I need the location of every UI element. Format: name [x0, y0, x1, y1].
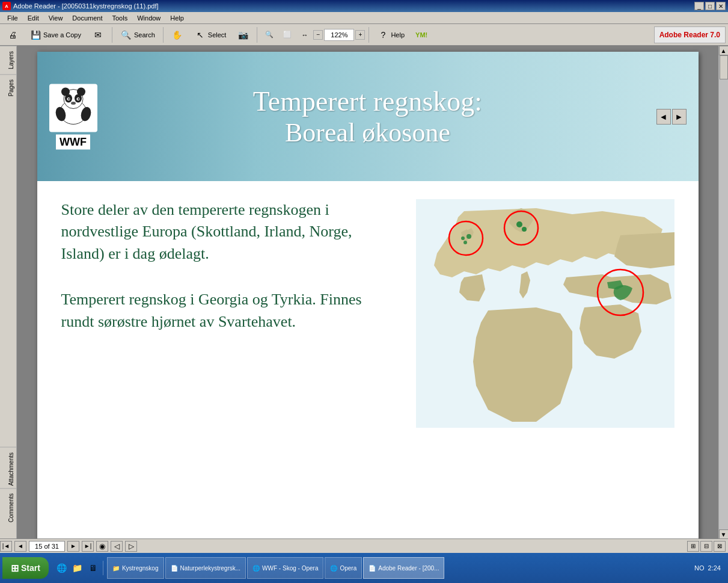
- scroll-up-button[interactable]: ▲: [719, 46, 729, 55]
- taskbar-kystregnskog[interactable]: 📁 Kystregnskog: [107, 557, 164, 579]
- quicklaunch-3[interactable]: 🖥: [86, 561, 100, 575]
- save-copy-button[interactable]: 💾 Save a Copy: [25, 26, 85, 43]
- hand-tool-button[interactable]: ✋: [167, 26, 188, 43]
- svg-point-9: [78, 98, 79, 99]
- taskbar-opera[interactable]: 🌐 Opera: [325, 557, 362, 579]
- layers-tab[interactable]: Layers: [0, 46, 16, 74]
- fit-width-button[interactable]: ↔: [297, 26, 312, 43]
- zoom-dropdown-button[interactable]: 🔍: [261, 26, 278, 43]
- start-icon: ⊞: [11, 563, 19, 574]
- menu-tools[interactable]: Tools: [108, 13, 133, 23]
- zoom-container: 🔍 ⬜ ↔ − +: [261, 26, 365, 43]
- taskbar-kystregnskog-label: Kystregnskog: [122, 565, 159, 572]
- last-page-button[interactable]: ►|: [82, 541, 94, 552]
- next-arrow[interactable]: ►: [672, 109, 687, 125]
- svg-point-16: [463, 241, 467, 244]
- snapshot-button[interactable]: 📷: [233, 26, 253, 43]
- help-button[interactable]: ? Help: [373, 26, 409, 43]
- language-indicator: NO: [694, 564, 705, 572]
- app-icon: A: [2, 2, 11, 10]
- help-label: Help: [391, 31, 405, 39]
- window-title: Adobe Reader - [20050311kystregnskog (11…: [13, 2, 694, 10]
- next-view-button[interactable]: ▷: [125, 541, 137, 552]
- pdf-paragraph-2: Temperert regnskog i Georgia og Tyrkia. …: [61, 289, 392, 333]
- fit-width-icon: ↔: [301, 31, 308, 39]
- menu-window[interactable]: Window: [132, 13, 165, 23]
- pdf-content-area: WWF Temperert regnskog: Boreal økosone ◄…: [17, 46, 718, 539]
- taskbar-wwf-skog[interactable]: 🌐 WWF - Skog - Opera: [247, 557, 323, 579]
- start-button[interactable]: ⊞ Start: [2, 557, 49, 579]
- help-icon: ?: [377, 29, 389, 41]
- map-container: [416, 199, 674, 524]
- scroll-thumb[interactable]: [720, 55, 728, 79]
- ym-button[interactable]: YM!: [411, 26, 432, 43]
- menu-file[interactable]: File: [2, 13, 23, 23]
- prev-view-button[interactable]: ◁: [111, 541, 123, 552]
- zoom-input[interactable]: [324, 29, 354, 41]
- page-navigation-bar: |◄ ◄ ► ►| ◉ ◁ ▷ ⊞ ⊟ ⊠: [0, 538, 728, 553]
- scroll-track[interactable]: [719, 55, 729, 529]
- resize-button-2[interactable]: ⊟: [700, 541, 712, 552]
- pdf-header: WWF Temperert regnskog: Boreal økosone ◄…: [37, 52, 699, 181]
- attachments-tab[interactable]: Attachments: [0, 447, 16, 491]
- pdf-page: WWF Temperert regnskog: Boreal økosone ◄…: [37, 52, 699, 539]
- pdf-text-area: Store deler av den tempererte regnskogen…: [61, 199, 392, 524]
- taskbar-naturperle[interactable]: 📄 Naturperlekystregrsk...: [165, 557, 246, 579]
- close-button[interactable]: ✕: [716, 2, 726, 10]
- scroll-down-button[interactable]: ▼: [719, 529, 729, 539]
- maximize-button[interactable]: □: [705, 2, 715, 10]
- menu-view[interactable]: View: [44, 13, 68, 23]
- taskbar-adobe[interactable]: 📄 Adobe Reader - [200...: [363, 557, 444, 579]
- zoom-in-button[interactable]: +: [355, 30, 365, 40]
- menu-bar: File Edit View Document Tools Window Hel…: [0, 12, 728, 24]
- menu-edit[interactable]: Edit: [23, 13, 44, 23]
- wwf-label: WWF: [56, 134, 90, 149]
- first-page-button[interactable]: |◄: [0, 541, 12, 552]
- left-panel: Layers Pages Attachments Comments: [0, 46, 17, 539]
- pdf-main-content: Store deler av den tempererte regnskogen…: [37, 181, 699, 539]
- window-controls: _ □ ✕: [694, 2, 726, 10]
- select-icon: ↖: [194, 29, 206, 41]
- quicklaunch-2[interactable]: 📁: [70, 561, 85, 575]
- select-button[interactable]: ↖ Select: [190, 26, 231, 43]
- taskbar-adobe-label: Adobe Reader - [200...: [378, 565, 439, 572]
- taskbar-wwf-label: WWF - Skog - Opera: [262, 565, 318, 572]
- map-svg: [416, 199, 674, 428]
- search-icon: 🔍: [120, 29, 132, 41]
- save-copy-label: Save a Copy: [43, 31, 81, 39]
- pages-tab[interactable]: Pages: [0, 74, 16, 101]
- svg-point-8: [68, 98, 69, 99]
- resize-button-1[interactable]: ⊞: [687, 541, 699, 552]
- pdf-paragraph-1: Store deler av den tempererte regnskogen…: [61, 199, 392, 265]
- resize-button-3[interactable]: ⊠: [714, 541, 726, 552]
- email-button[interactable]: ✉: [88, 26, 108, 43]
- system-tray: NO 2:24: [694, 564, 726, 572]
- comments-tab[interactable]: Comments: [0, 488, 16, 527]
- menu-document[interactable]: Document: [67, 13, 107, 23]
- separator-4: [369, 27, 369, 43]
- svg-point-20: [522, 227, 527, 232]
- next-page-button[interactable]: ►: [67, 541, 79, 552]
- save-icon: 💾: [29, 29, 41, 41]
- separator-2: [163, 27, 164, 43]
- taskbar-naturperle-icon: 📄: [171, 565, 178, 572]
- page-number-input[interactable]: [29, 541, 65, 552]
- fit-page-button[interactable]: ⬜: [279, 26, 296, 43]
- adobe-logo-text: Adobe Reader 7.0: [659, 31, 720, 39]
- prev-arrow[interactable]: ◄: [656, 109, 671, 125]
- prev-page-button[interactable]: ◄: [14, 541, 26, 552]
- minimize-button[interactable]: _: [694, 2, 704, 10]
- zoom-icon: 🔍: [265, 31, 274, 39]
- print-button[interactable]: 🖨: [2, 26, 23, 43]
- nav-arrows: ◄ ►: [656, 109, 687, 125]
- search-button[interactable]: 🔍 Search: [116, 26, 159, 43]
- svg-point-19: [516, 221, 522, 227]
- taskbar-kystregnskog-icon: 📁: [112, 565, 120, 572]
- zoom-out-button[interactable]: −: [313, 30, 323, 40]
- search-label: Search: [134, 31, 155, 39]
- audio-button[interactable]: ◉: [96, 541, 108, 552]
- quicklaunch-ie[interactable]: 🌐: [55, 561, 69, 575]
- menu-help[interactable]: Help: [165, 13, 189, 23]
- select-label: Select: [208, 31, 227, 39]
- pdf-title: Temperert regnskog: Boreal økosone: [253, 85, 482, 148]
